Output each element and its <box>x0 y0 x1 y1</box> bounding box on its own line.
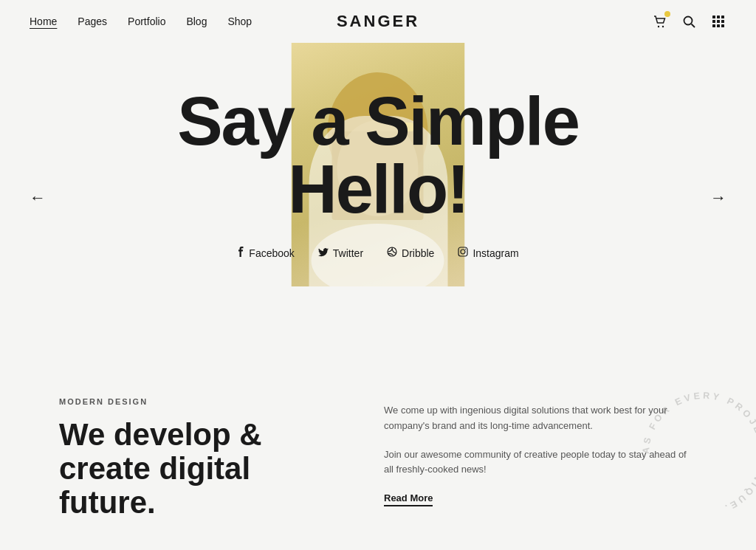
hero-title: Say a Simple Hello! <box>177 43 579 223</box>
svg-rect-12 <box>721 24 724 27</box>
instagram-icon <box>458 247 468 259</box>
facebook-label: Facebook <box>249 247 294 259</box>
site-logo[interactable]: SANGER <box>337 12 419 31</box>
nav-home[interactable]: Home <box>30 16 57 27</box>
below-left: MODERN DESIGN We develop & create digita… <box>59 397 340 520</box>
nav-portfolio[interactable]: Portfolio <box>128 16 165 27</box>
instagram-label: Instagram <box>472 247 518 259</box>
svg-point-21 <box>465 249 466 250</box>
svg-rect-7 <box>712 20 715 23</box>
search-icon[interactable] <box>681 13 697 30</box>
svg-point-20 <box>461 250 465 254</box>
svg-rect-6 <box>721 16 724 18</box>
nav-blog[interactable]: Blog <box>186 16 207 27</box>
twitter-icon <box>318 247 329 259</box>
svg-line-3 <box>692 24 695 28</box>
svg-point-2 <box>684 17 693 25</box>
svg-rect-8 <box>717 20 720 23</box>
facebook-icon <box>237 247 244 259</box>
next-arrow[interactable]: → <box>710 188 726 207</box>
dribble-link[interactable]: Dribble <box>387 247 434 259</box>
navbar: Home Pages Portfolio Blog Shop SANGER <box>0 0 756 43</box>
dribble-label: Dribble <box>402 247 434 259</box>
instagram-link[interactable]: Instagram <box>458 247 518 259</box>
svg-point-1 <box>662 26 664 27</box>
grid-icon[interactable] <box>710 13 726 30</box>
svg-rect-11 <box>717 24 720 27</box>
svg-rect-10 <box>712 24 715 27</box>
cart-icon[interactable] <box>651 13 667 30</box>
svg-point-0 <box>658 26 659 27</box>
twitter-link[interactable]: Twitter <box>318 247 363 259</box>
nav-pages[interactable]: Pages <box>78 16 107 27</box>
twitter-label: Twitter <box>333 247 363 259</box>
cart-badge <box>664 11 670 17</box>
svg-text:AS FOR EVERY PROJECT. UNIQUE.: AS FOR EVERY PROJECT. UNIQUE. <box>641 390 756 514</box>
hero-section: ← Say a Simple Hello! → <box>0 43 756 353</box>
dribble-icon <box>387 247 397 259</box>
social-links: Facebook Twitter Dribble Instagram <box>237 247 518 259</box>
svg-rect-19 <box>458 247 467 256</box>
svg-rect-9 <box>721 20 724 23</box>
prev-arrow[interactable]: ← <box>30 188 46 207</box>
below-title: We develop & create digital future. <box>59 418 340 520</box>
svg-rect-4 <box>712 16 715 18</box>
nav-links: Home Pages Portfolio Blog Shop <box>30 16 252 27</box>
facebook-link[interactable]: Facebook <box>237 247 294 259</box>
below-section: MODERN DESIGN We develop & create digita… <box>0 353 756 550</box>
nav-actions <box>651 13 726 30</box>
read-more-link[interactable]: Read More <box>384 492 433 506</box>
section-tag: MODERN DESIGN <box>59 397 340 406</box>
hero-title-wrap: Say a Simple Hello! <box>0 43 756 223</box>
nav-shop[interactable]: Shop <box>227 16 252 27</box>
circular-stamp: AS FOR EVERY PROJECT. UNIQUE. <box>630 380 756 528</box>
svg-rect-5 <box>717 16 720 18</box>
